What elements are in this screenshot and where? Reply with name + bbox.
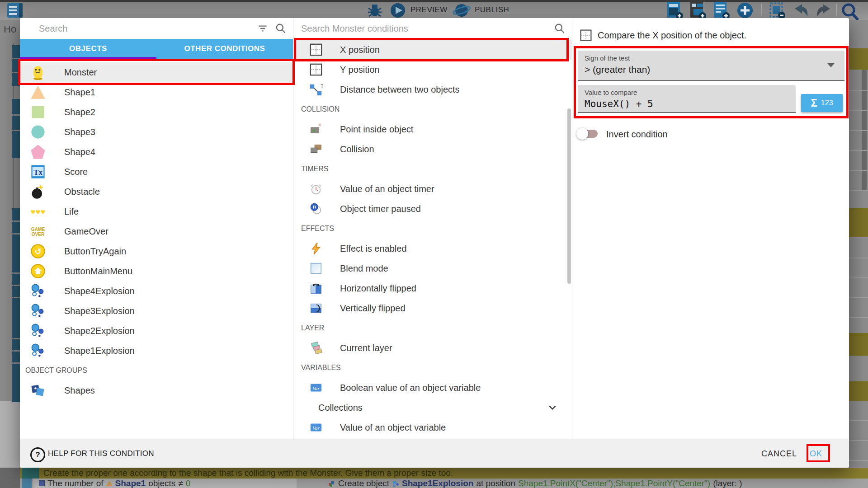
condition-item-object-timer-paused[interactable]: Object timer paused bbox=[294, 199, 572, 219]
conditions-search-input[interactable]: Search Monster conditions bbox=[301, 23, 408, 34]
create-object-icon bbox=[328, 480, 335, 487]
conditions-group-collections[interactable]: Collections bbox=[294, 398, 572, 418]
condition-item-boolean-value-of-an-object-variable[interactable]: VarBoolean value of an object variable bbox=[294, 378, 572, 398]
condition-item-vertically-flipped[interactable]: Vertically flipped bbox=[294, 298, 572, 318]
add-event-icon[interactable] bbox=[666, 2, 684, 19]
dialog-footer: ? HELP FOR THIS CONDITION CANCEL OK bbox=[20, 440, 849, 468]
preview-label[interactable]: PREVIEW bbox=[410, 0, 448, 20]
publish-label[interactable]: PUBLISH bbox=[475, 0, 509, 20]
redo-icon[interactable] bbox=[815, 3, 833, 18]
project-manager-icon[interactable] bbox=[5, 3, 26, 18]
objects-search-input[interactable]: Search bbox=[39, 23, 67, 34]
object-tabs: OBJECTS OTHER CONDITIONS bbox=[20, 39, 293, 59]
add-subevent-icon[interactable] bbox=[689, 2, 707, 19]
tab-other-conditions[interactable]: OTHER CONDITIONS bbox=[156, 39, 293, 59]
screen: PREVIEW PUBLISH Ho bbox=[0, 0, 868, 488]
object-item-life[interactable]: ♥♥♥Life bbox=[20, 202, 293, 221]
publish-icon[interactable] bbox=[452, 2, 471, 19]
event-comment-row[interactable]: Create the proper one according to the s… bbox=[20, 468, 868, 479]
paste-icon[interactable] bbox=[769, 2, 787, 19]
toolbar-separator bbox=[761, 4, 762, 16]
conditions-scrollbar[interactable] bbox=[567, 108, 571, 284]
particles-icon bbox=[30, 343, 46, 359]
object-item-shape1explosion[interactable]: Shape1Explosion bbox=[20, 341, 293, 361]
particles-icon bbox=[30, 283, 46, 299]
position-icon bbox=[580, 29, 592, 42]
condition-item-value-of-an-object-variable[interactable]: VarValue of an object variable bbox=[294, 418, 572, 437]
cancel-button[interactable]: CANCEL bbox=[761, 440, 797, 468]
sign-of-test-label: Sign of the test bbox=[585, 54, 630, 62]
object-item-gameover[interactable]: GAMEOVERGameOver bbox=[20, 221, 293, 241]
condition-item-value-of-an-object-timer[interactable]: Value of an object timer bbox=[294, 179, 572, 199]
tab-objects[interactable]: OBJECTS bbox=[20, 39, 156, 59]
object-item-monster[interactable]: Monster bbox=[20, 62, 293, 82]
shape1-triangle-icon bbox=[106, 481, 113, 486]
object-item-shape2[interactable]: Shape2 bbox=[20, 102, 293, 122]
object-item-shape4explosion[interactable]: Shape4Explosion bbox=[20, 281, 293, 301]
object-item-buttontryagain[interactable]: ↺ButtonTryAgain bbox=[20, 241, 293, 261]
pentagon-icon bbox=[30, 144, 46, 160]
undo-icon[interactable] bbox=[792, 3, 810, 18]
object-item-shape2explosion[interactable]: Shape2Explosion bbox=[20, 321, 293, 341]
object-item-shape4[interactable]: Shape4 bbox=[20, 142, 293, 162]
invert-condition-toggle[interactable] bbox=[580, 130, 598, 138]
condition-operator: ≠ bbox=[178, 479, 183, 488]
comment-color-block bbox=[22, 468, 39, 479]
object-item-score[interactable]: TxScore bbox=[20, 162, 293, 182]
condition-item-horizontally-flipped[interactable]: Horizontally flipped bbox=[294, 278, 572, 298]
condition-item-distance-between-two-objects[interactable]: ?Distance between two objects bbox=[294, 80, 572, 99]
object-item-shape1[interactable]: Shape1 bbox=[20, 82, 293, 102]
point-inside-icon: ++ bbox=[309, 122, 323, 136]
condition-item-point-inside-object[interactable]: ++Point inside object bbox=[294, 119, 572, 139]
home-tab-label[interactable]: Ho bbox=[4, 23, 16, 35]
conditions-section-effects: EFFECTS bbox=[294, 219, 572, 239]
ok-button[interactable]: OK bbox=[810, 440, 822, 468]
lightning-icon bbox=[309, 242, 323, 255]
variable-icon: Var bbox=[309, 381, 323, 394]
svg-text:♥♥♥: ♥♥♥ bbox=[30, 209, 45, 216]
condition-item-y-position[interactable]: Y position bbox=[294, 60, 572, 80]
svg-text:OVER: OVER bbox=[32, 232, 45, 237]
search-icon[interactable] bbox=[554, 23, 566, 34]
monster-icon bbox=[30, 64, 46, 80]
conditions-section-collision: COLLISION bbox=[294, 99, 572, 119]
toolbar-separator bbox=[836, 4, 837, 16]
object-groups-header: OBJECT GROUPS bbox=[20, 361, 293, 380]
sign-of-test-select[interactable]: Sign of the test > (greater than) bbox=[578, 51, 844, 81]
group-item-shapes[interactable]: Shapes bbox=[20, 380, 293, 400]
help-button[interactable]: HELP FOR THIS CONDITION bbox=[48, 440, 154, 468]
timer-icon bbox=[309, 182, 323, 196]
expression-editor-button[interactable]: Σ 123 bbox=[801, 94, 843, 112]
filter-icon[interactable] bbox=[257, 23, 269, 34]
condition-item-blend-mode[interactable]: Blend mode bbox=[294, 258, 572, 278]
condition-item-collision[interactable]: Collision bbox=[294, 139, 572, 159]
bomb-icon bbox=[30, 183, 46, 200]
condition-item-x-position[interactable]: X position bbox=[294, 40, 572, 60]
condition-item-current-layer[interactable]: Current layer bbox=[294, 338, 572, 358]
condition-item-effect-is-enabled[interactable]: Effect is enabled bbox=[294, 239, 572, 258]
sigma-icon: Σ bbox=[811, 97, 817, 109]
search-icon[interactable] bbox=[275, 23, 287, 34]
object-item-buttonmainmenu[interactable]: ButtonMainMenu bbox=[20, 261, 293, 281]
debug-icon[interactable] bbox=[367, 4, 382, 17]
value-to-compare-label: Value to compare bbox=[585, 89, 637, 96]
object-item-shape3[interactable]: Shape3 bbox=[20, 122, 293, 142]
search-events-icon[interactable] bbox=[840, 2, 860, 20]
toolbar: PREVIEW PUBLISH bbox=[0, 0, 868, 20]
svg-text:+: + bbox=[313, 128, 316, 133]
object-item-shape3explosion[interactable]: Shape3Explosion bbox=[20, 301, 293, 321]
add-circle-icon[interactable] bbox=[736, 2, 754, 19]
svg-text:+: + bbox=[319, 122, 321, 127]
conditions-section-timers: TIMERS bbox=[294, 159, 572, 179]
object-item-obstacle[interactable]: Obstacle bbox=[20, 182, 293, 202]
svg-text:Var: Var bbox=[312, 385, 320, 391]
text-object-icon: Tx bbox=[30, 164, 46, 180]
event-row[interactable]: The number of Shape1 objects ≠ 0 Create … bbox=[20, 479, 868, 488]
help-icon[interactable]: ? bbox=[30, 447, 45, 462]
particles-mini-icon bbox=[392, 480, 399, 487]
particles-icon bbox=[30, 323, 46, 339]
preview-play-icon[interactable] bbox=[390, 2, 406, 19]
add-comment-icon[interactable] bbox=[712, 2, 731, 19]
value-to-compare-input[interactable]: Value to compare MouseX() + 5 bbox=[578, 85, 796, 113]
objects-list: MonsterShape1Shape2Shape3Shape4TxScoreOb… bbox=[20, 59, 293, 443]
